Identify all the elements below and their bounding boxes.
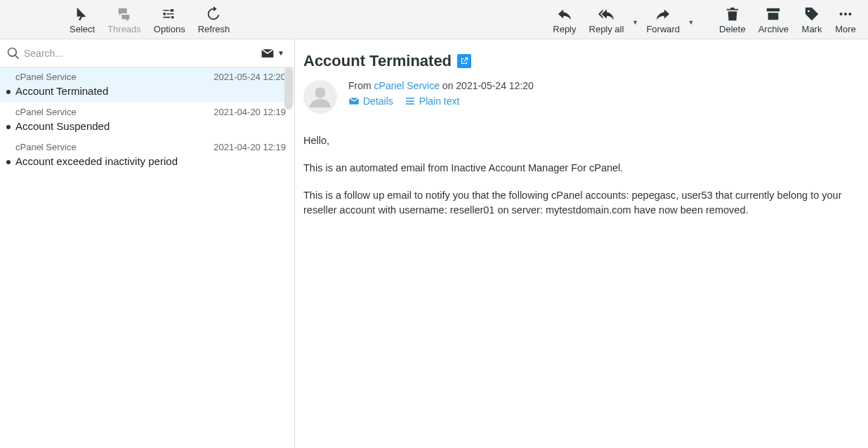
message-date: 2021-05-24 12:20 bbox=[456, 80, 534, 91]
toolbar-right: ReplyReply all▼Forward▼DeleteArchiveMark… bbox=[546, 0, 868, 39]
refresh-button[interactable]: Refresh bbox=[192, 0, 237, 39]
search-input[interactable] bbox=[21, 44, 261, 63]
plaintext-link[interactable]: Plain text bbox=[405, 95, 460, 107]
unread-dot-icon bbox=[6, 90, 11, 94]
thread-from: cPanel Service bbox=[15, 142, 77, 152]
tag-icon bbox=[804, 6, 820, 22]
select-button[interactable]: Select bbox=[63, 0, 101, 39]
more-button[interactable]: More bbox=[829, 0, 862, 39]
message-subject: Account Terminated bbox=[303, 52, 452, 70]
envelope-icon bbox=[348, 95, 360, 107]
mark-button[interactable]: Mark bbox=[795, 0, 829, 39]
toolbar-left: SelectThreadsOptionsRefresh bbox=[0, 0, 236, 39]
envelope-icon bbox=[261, 46, 275, 60]
from-line: From cPanel Service on 2021-05-24 12:20 bbox=[348, 80, 534, 91]
sliders-icon bbox=[162, 6, 177, 22]
list-item[interactable]: cPanel Service2021-04-20 12:19Account Su… bbox=[0, 103, 294, 138]
message-list-pane: ▼ cPanel Service2021-05-24 12:20Account … bbox=[0, 39, 295, 448]
preview-pane: Account Terminated From cPanel Service o… bbox=[295, 39, 868, 448]
thread-date: 2021-04-20 12:19 bbox=[213, 107, 286, 117]
toolbar: SelectThreadsOptionsRefresh ReplyReply a… bbox=[0, 0, 868, 39]
archive-button[interactable]: Archive bbox=[752, 0, 795, 39]
lines-icon bbox=[405, 95, 416, 107]
reply-icon bbox=[557, 6, 572, 22]
replyall-dropdown[interactable]: ▼ bbox=[630, 0, 640, 39]
replyall-icon bbox=[598, 6, 614, 22]
thread-date: 2021-05-24 12:20 bbox=[213, 72, 286, 82]
delete-button[interactable]: Delete bbox=[713, 0, 752, 39]
thread-subject: Account exceeded inactivity period bbox=[15, 155, 286, 167]
paragraph: Hello, bbox=[303, 133, 855, 148]
open-new-window-icon[interactable] bbox=[457, 54, 471, 68]
subject-row: Account Terminated bbox=[303, 52, 855, 70]
dots-icon bbox=[838, 6, 853, 22]
comments-icon bbox=[117, 6, 132, 22]
list-item[interactable]: cPanel Service2021-05-24 12:20Account Te… bbox=[0, 67, 294, 103]
refresh-icon bbox=[206, 6, 221, 22]
chevron-down-icon: ▼ bbox=[277, 49, 284, 57]
unread-dot-icon bbox=[6, 125, 11, 129]
thread-date: 2021-04-20 12:19 bbox=[213, 142, 286, 152]
forward-button[interactable]: Forward bbox=[640, 0, 686, 39]
unread-dot-icon bbox=[6, 160, 11, 164]
forward-icon bbox=[655, 6, 671, 22]
thread-from: cPanel Service bbox=[15, 107, 77, 117]
list-item[interactable]: cPanel Service2021-04-20 12:19Account ex… bbox=[0, 138, 294, 173]
thread-subject: Account Suspended bbox=[15, 120, 286, 132]
paragraph: This is an automated email from Inactive… bbox=[303, 161, 855, 176]
options-button[interactable]: Options bbox=[147, 0, 192, 39]
cursor-icon bbox=[74, 6, 90, 22]
message-header: From cPanel Service on 2021-05-24 12:20 … bbox=[303, 80, 855, 114]
search-options-toggle[interactable]: ▼ bbox=[261, 46, 289, 60]
content: ▼ cPanel Service2021-05-24 12:20Account … bbox=[0, 39, 868, 448]
thread-subject: Account Terminated bbox=[15, 85, 286, 97]
search-icon bbox=[6, 46, 21, 60]
sender-link[interactable]: cPanel Service bbox=[374, 80, 440, 91]
archive-icon bbox=[765, 6, 781, 22]
thread-from: cPanel Service bbox=[15, 72, 77, 82]
trash-icon bbox=[725, 6, 740, 22]
details-link[interactable]: Details bbox=[348, 95, 393, 107]
avatar bbox=[303, 80, 337, 114]
reply-button[interactable]: Reply bbox=[546, 0, 582, 39]
message-body: Hello,This is an automated email from In… bbox=[303, 133, 855, 218]
forward-dropdown[interactable]: ▼ bbox=[686, 0, 696, 39]
search-row: ▼ bbox=[0, 39, 294, 67]
paragraph: This is a follow up email to notify you … bbox=[303, 188, 855, 218]
message-list[interactable]: cPanel Service2021-05-24 12:20Account Te… bbox=[0, 67, 294, 448]
replyall-button[interactable]: Reply all bbox=[583, 0, 631, 39]
threads-button[interactable]: Threads bbox=[101, 0, 147, 39]
